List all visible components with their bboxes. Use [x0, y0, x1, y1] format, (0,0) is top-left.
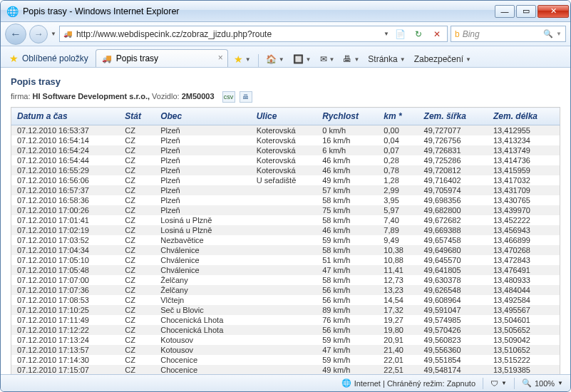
cell [251, 335, 317, 345]
cell: 20,91 [378, 335, 418, 345]
cell: 46 km/h [317, 155, 378, 165]
favorites-button[interactable]: ★ Oblíbené položky [5, 50, 93, 67]
protected-mode-icon-seg[interactable]: 🛡▼ [483, 379, 514, 388]
cell: 13,495567 [488, 305, 560, 315]
compat-view-icon[interactable]: 📄 [392, 26, 408, 42]
export-csv-button[interactable]: csv [222, 91, 235, 103]
table-row[interactable]: 07.12.2010 17:04:34CZChválenice58 km/h10… [11, 245, 560, 255]
table-row[interactable]: 07.12.2010 16:58:36CZPlzeň58 km/h3,9549,… [11, 195, 560, 205]
cell: 13,456943 [488, 225, 560, 235]
cell [251, 295, 317, 305]
table-row[interactable]: 07.12.2010 16:54:14CZPlzeňKoterovská16 k… [11, 135, 560, 145]
table-row[interactable]: 07.12.2010 17:14:30CZChocenice59 km/h22,… [11, 355, 560, 365]
table-row[interactable]: 07.12.2010 17:07:36CZŽelčany56 km/h13,23… [11, 285, 560, 295]
table-row[interactable]: 07.12.2010 16:53:37CZPlzeňKoterovská0 km… [11, 125, 560, 136]
globe-icon: 🌐 [341, 378, 351, 388]
table-row[interactable]: 07.12.2010 17:08:53CZVlčtejn56 km/h14,54… [11, 295, 560, 305]
zoom-dropdown-icon[interactable]: ▼ [557, 380, 563, 386]
mail-button[interactable]: ✉▼ [317, 51, 338, 67]
table-row[interactable]: 07.12.2010 16:55:29CZPlzeňKoterovská46 k… [11, 165, 560, 175]
col-header[interactable]: Stát [119, 108, 155, 125]
table-row[interactable]: 07.12.2010 17:00:26CZPlzeň75 km/h5,9749,… [11, 205, 560, 215]
home-icon: 🏠 [266, 54, 277, 64]
maximize-button[interactable]: ▭ [516, 5, 536, 18]
search-box[interactable]: b Bing 🔍 ▼ [451, 26, 566, 42]
table-row[interactable]: 07.12.2010 17:15:07CZChocenice49 km/h22,… [11, 365, 560, 374]
security-zone[interactable]: 🌐 Internet | Chráněný režim: Zapnuto [334, 378, 483, 388]
cell: 2,99 [378, 185, 418, 195]
zoom-value: 100% [535, 379, 555, 388]
cell: 47 km/h [317, 345, 378, 355]
cell: 49,720812 [418, 165, 488, 175]
col-header[interactable]: Obec [155, 108, 250, 125]
tab-title: Popis trasy [116, 53, 158, 63]
table-row[interactable]: 07.12.2010 17:10:25CZSeč u Blovic89 km/h… [11, 305, 560, 315]
table-row[interactable]: 07.12.2010 16:54:24CZPlzeňKoterovská6 km… [11, 145, 560, 155]
url-dropdown-icon[interactable]: ▼ [384, 31, 389, 37]
zoom-control[interactable]: 🔍 100% ▼ [515, 378, 570, 388]
cell [251, 195, 317, 205]
minimize-button[interactable]: ― [495, 5, 515, 18]
table-row[interactable]: 07.12.2010 17:01:41CZLosiná u Plzně58 km… [11, 215, 560, 225]
col-header[interactable]: Rychlost [317, 108, 378, 125]
favorites-label: Oblíbené položky [22, 53, 88, 63]
back-button[interactable]: ← [5, 24, 26, 45]
cell: 49,716402 [418, 175, 488, 185]
url-input[interactable] [76, 29, 381, 39]
home-button[interactable]: 🏠▼ [263, 51, 287, 67]
cell: CZ [119, 165, 155, 175]
cell [251, 255, 317, 265]
export-print-button[interactable]: 🖶 [240, 91, 252, 103]
cell: 07.12.2010 17:13:24 [11, 335, 120, 345]
safety-menu[interactable]: Zabezpečení▼ [411, 51, 474, 67]
col-header[interactable]: Zem. šířka [418, 108, 488, 125]
add-favorite-button[interactable]: ★▼ [231, 51, 254, 67]
cell: Koterovská [251, 155, 317, 165]
cell: CZ [119, 355, 155, 365]
table-row[interactable]: 07.12.2010 17:12:22CZChocenická Lhota56 … [11, 325, 560, 335]
table-row[interactable]: 07.12.2010 17:11:49CZChocenická Lhota76 … [11, 315, 560, 325]
cell: 7,89 [378, 225, 418, 235]
table-row[interactable]: 07.12.2010 17:05:48CZChválenice47 km/h11… [11, 265, 560, 275]
col-header[interactable]: Ulice [251, 108, 317, 125]
cell: Plzeň [155, 145, 250, 155]
nav-dropdown-icon[interactable]: ▼ [51, 31, 56, 37]
table-row[interactable]: 07.12.2010 17:05:10CZChválenice51 km/h10… [11, 255, 560, 265]
cell: 13,470268 [488, 245, 560, 255]
safety-menu-label: Zabezpečení [414, 54, 463, 64]
table-row[interactable]: 07.12.2010 17:13:57CZKotousov47 km/h21,4… [11, 345, 560, 355]
table-row[interactable]: 07.12.2010 17:13:24CZKotousov59 km/h20,9… [11, 335, 560, 345]
col-header[interactable]: Datum a čas [11, 108, 120, 125]
address-bar[interactable]: 🚚 ▼ 📄 ↻ ✕ [59, 26, 448, 42]
search-dropdown-icon[interactable]: ▼ [556, 31, 562, 37]
cell [251, 245, 317, 255]
table-row[interactable]: 07.12.2010 17:03:52CZNezbavětice59 km/h9… [11, 235, 560, 245]
stop-icon[interactable]: ✕ [429, 26, 445, 42]
cell: 17,32 [378, 305, 418, 315]
cell: 07.12.2010 16:57:37 [11, 185, 120, 195]
table-row[interactable]: 07.12.2010 16:57:37CZPlzeň57 km/h2,9949,… [11, 185, 560, 195]
close-button[interactable]: ✕ [537, 5, 569, 18]
col-header[interactable]: km * [378, 108, 418, 125]
table-row[interactable]: 07.12.2010 17:07:00CZŽelčany58 km/h12,73… [11, 275, 560, 285]
search-go-icon[interactable]: 🔍 [543, 29, 553, 38]
cell: 7,40 [378, 215, 418, 225]
table-row[interactable]: 07.12.2010 17:02:19CZLosiná u Plzně46 km… [11, 225, 560, 235]
print-button[interactable]: 🖶▼ [340, 51, 362, 67]
forward-button[interactable]: → [29, 25, 48, 43]
cell: 57 km/h [317, 185, 378, 195]
cell: 13,452222 [488, 215, 560, 225]
page-heading: Popis trasy [11, 76, 560, 87]
table-row[interactable]: 07.12.2010 16:56:06CZPlzeňU seřadiště49 … [11, 175, 560, 185]
cell: Kotousov [155, 345, 250, 355]
cell: Koterovská [251, 135, 317, 145]
page-menu[interactable]: Stránka▼ [365, 51, 408, 67]
refresh-icon[interactable]: ↻ [411, 26, 426, 42]
cell: Želčany [155, 285, 250, 295]
cell: 13,505652 [488, 325, 560, 335]
active-tab[interactable]: 🚚 Popis trasy [96, 49, 228, 67]
table-row[interactable]: 07.12.2010 16:54:44CZPlzeňKoterovská46 k… [11, 155, 560, 165]
cell: CZ [119, 145, 155, 155]
col-header[interactable]: Zem. délka [488, 108, 560, 125]
feeds-button[interactable]: 🔲▼ [290, 51, 314, 67]
